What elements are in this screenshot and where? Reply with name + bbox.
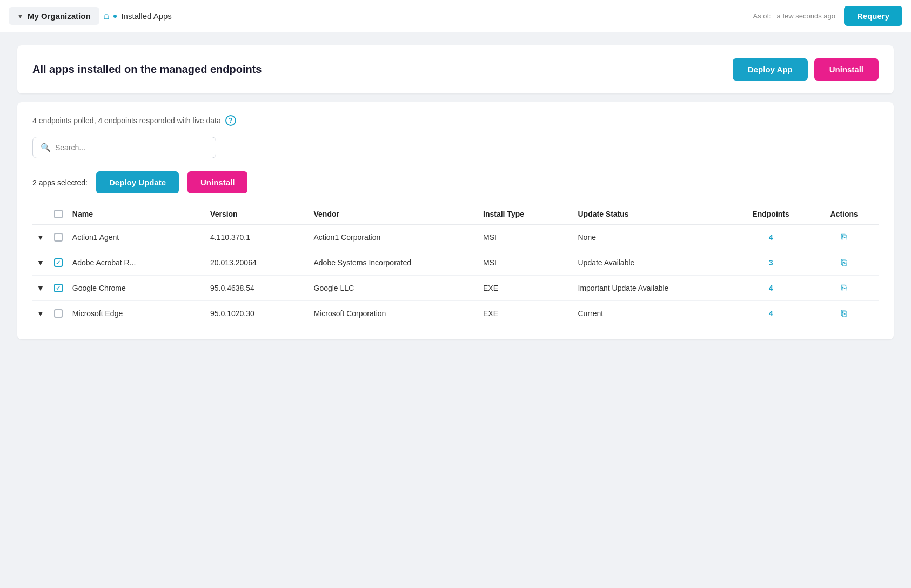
table-header-row: Name Version Vendor Install Type Update … (32, 204, 879, 224)
copy-icon[interactable]: ⎘ (841, 309, 847, 318)
cell-vendor: Google LLC (310, 276, 479, 301)
cell-install-type: MSI (479, 224, 573, 250)
checkbox-cell: ✓ (49, 250, 68, 276)
breadcrumb: ⌂ Installed Apps (104, 10, 172, 22)
cell-actions: ⎘ (809, 250, 879, 276)
cell-update-status: Current (574, 301, 732, 326)
cell-install-type: MSI (479, 250, 573, 276)
table-row: ▼ ✓ Adobe Acrobat R... 20.013.20064 Adob… (32, 250, 879, 276)
col-endpoints-header: Endpoints (732, 204, 810, 224)
col-name-header: Name (68, 204, 206, 224)
chevron-down-icon: ▼ (17, 13, 23, 19)
selection-bar: 2 apps selected: Deploy Update Uninstall (32, 171, 879, 193)
table-row: ▼ Action1 Agent 4.110.370.1 Action1 Corp… (32, 224, 879, 250)
top-nav: ▼ My Organization ⌂ Installed Apps As of… (0, 0, 911, 32)
requery-button[interactable]: Requery (844, 6, 902, 26)
cell-version: 4.110.370.1 (206, 224, 309, 250)
cell-name: Action1 Agent (68, 224, 206, 250)
table-row: ▼ Microsoft Edge 95.0.1020.30 Microsoft … (32, 301, 879, 326)
table-row: ▼ ✓ Google Chrome 95.0.4638.54 Google LL… (32, 276, 879, 301)
cell-endpoints: 4 (732, 301, 810, 326)
col-expand-header (32, 204, 49, 224)
copy-icon[interactable]: ⎘ (841, 232, 847, 242)
col-checkbox-header (49, 204, 68, 224)
breadcrumb-dot (113, 15, 117, 18)
row-checkbox[interactable] (54, 309, 63, 318)
cell-name: Microsoft Edge (68, 301, 206, 326)
cell-name: Adobe Acrobat R... (68, 250, 206, 276)
search-input[interactable] (55, 143, 208, 152)
cell-version: 95.0.4638.54 (206, 276, 309, 301)
cell-actions: ⎘ (809, 224, 879, 250)
expand-cell[interactable]: ▼ (32, 250, 49, 276)
deploy-app-button[interactable]: Deploy App (733, 58, 808, 81)
row-checkbox[interactable]: ✓ (54, 258, 63, 267)
col-install-header: Install Type (479, 204, 573, 224)
expand-cell[interactable]: ▼ (32, 224, 49, 250)
checkbox-cell (49, 301, 68, 326)
cell-name: Google Chrome (68, 276, 206, 301)
row-checkbox[interactable] (54, 233, 63, 242)
uninstall-selection-button[interactable]: Uninstall (187, 171, 247, 193)
copy-icon[interactable]: ⎘ (841, 258, 847, 267)
breadcrumb-label: Installed Apps (121, 11, 171, 21)
cell-update-status: Update Available (574, 250, 732, 276)
col-actions-header: Actions (809, 204, 879, 224)
header-card: All apps installed on the managed endpoi… (17, 45, 894, 93)
col-version-header: Version (206, 204, 309, 224)
cell-update-status: None (574, 224, 732, 250)
checkbox-cell: ✓ (49, 276, 68, 301)
cell-install-type: EXE (479, 301, 573, 326)
cell-version: 20.013.20064 (206, 250, 309, 276)
cell-endpoints: 4 (732, 224, 810, 250)
apps-table: Name Version Vendor Install Type Update … (32, 204, 879, 326)
col-update-header: Update Status (574, 204, 732, 224)
cell-vendor: Microsoft Corporation (310, 301, 479, 326)
header-actions: Deploy App Uninstall (733, 58, 879, 81)
endpoints-info: 4 endpoints polled, 4 endpoints responde… (32, 115, 879, 126)
cell-actions: ⎘ (809, 301, 879, 326)
cell-update-status: Important Update Available (574, 276, 732, 301)
deploy-update-button[interactable]: Deploy Update (96, 171, 179, 193)
expand-cell[interactable]: ▼ (32, 301, 49, 326)
col-vendor-header: Vendor (310, 204, 479, 224)
timestamp: As of: a few seconds ago (753, 12, 835, 20)
selection-label: 2 apps selected: (32, 178, 88, 187)
table-card: 4 endpoints polled, 4 endpoints responde… (17, 102, 894, 339)
org-label: My Organization (28, 11, 91, 21)
help-icon[interactable]: ? (225, 115, 236, 126)
checkbox-cell (49, 224, 68, 250)
expand-cell[interactable]: ▼ (32, 276, 49, 301)
table-body: ▼ Action1 Agent 4.110.370.1 Action1 Corp… (32, 224, 879, 326)
home-icon: ⌂ (104, 10, 110, 22)
cell-endpoints: 4 (732, 276, 810, 301)
endpoints-text: 4 endpoints polled, 4 endpoints responde… (32, 116, 221, 125)
cell-version: 95.0.1020.30 (206, 301, 309, 326)
cell-vendor: Action1 Corporation (310, 224, 479, 250)
cell-install-type: EXE (479, 276, 573, 301)
cell-endpoints: 3 (732, 250, 810, 276)
select-all-checkbox[interactable] (54, 210, 63, 218)
copy-icon[interactable]: ⎘ (841, 283, 847, 292)
row-checkbox[interactable]: ✓ (54, 284, 63, 292)
search-icon: 🔍 (41, 143, 51, 152)
page-title: All apps installed on the managed endpoi… (32, 63, 262, 76)
cell-vendor: Adobe Systems Incorporated (310, 250, 479, 276)
cell-actions: ⎘ (809, 276, 879, 301)
uninstall-top-button[interactable]: Uninstall (814, 58, 879, 81)
search-box: 🔍 (32, 137, 216, 158)
main-content: All apps installed on the managed endpoi… (0, 32, 911, 352)
org-dropdown[interactable]: ▼ My Organization (9, 7, 99, 25)
